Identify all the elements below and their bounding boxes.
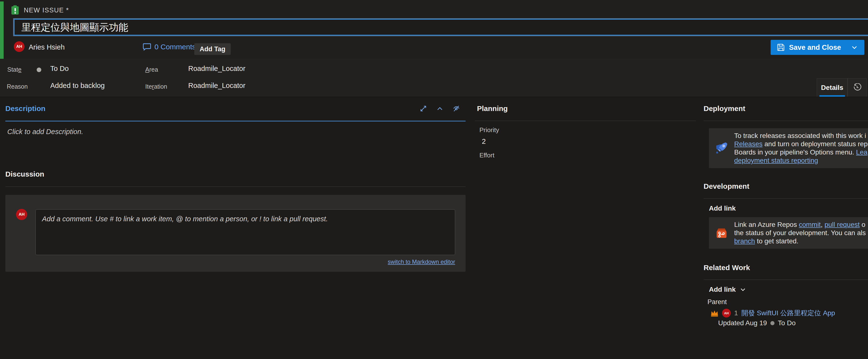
comment-bubble-icon (143, 43, 151, 51)
area-label: Area (145, 66, 158, 73)
save-and-close-button[interactable]: Save and Close (771, 40, 864, 55)
core-fields-strip: State To Do Reason Added to backlog Area… (0, 59, 868, 97)
discussion-section-title: Discussion (5, 170, 44, 178)
comments-count-label: 0 Comments (154, 43, 196, 51)
title-input[interactable] (14, 19, 868, 35)
save-options-chevron-icon[interactable] (851, 44, 858, 51)
azure-repos-icon (709, 227, 734, 239)
work-item-form: NEW ISSUE * AH Aries Hsieh 0 Comments Ad… (0, 0, 868, 359)
planning-divider (475, 121, 696, 121)
tab-details[interactable]: Details (817, 78, 847, 97)
commenter-avatar: AH (16, 209, 27, 220)
development-text-line: the status of your development. You can … (734, 229, 866, 237)
tab-history[interactable] (847, 78, 867, 97)
development-text-line: branch to get started. (734, 237, 866, 245)
collapse-section-icon[interactable] (436, 105, 444, 113)
work-item-body: Description (0, 98, 868, 359)
work-item-header: NEW ISSUE * AH Aries Hsieh 0 Comments Ad… (0, 0, 868, 59)
save-and-close-label: Save and Close (789, 43, 841, 52)
epic-crown-icon (710, 309, 719, 317)
state-value[interactable]: To Do (50, 65, 69, 72)
planning-section-title: Planning (477, 104, 508, 113)
deployment-text-line: deployment status reporting (734, 156, 868, 165)
state-label: State (7, 66, 21, 73)
development-info-panel: Link an Azure Repos commit, pull request… (709, 217, 868, 249)
state-dot-icon (37, 67, 41, 72)
add-link-chevron-icon (740, 286, 746, 293)
work-item-type-label: NEW ISSUE * (24, 6, 69, 14)
reason-value[interactable]: Added to backlog (50, 82, 105, 90)
comments-link[interactable]: 0 Comments (143, 43, 196, 51)
development-text-line: Link an Azure Repos commit, pull request… (734, 220, 866, 229)
add-tag-button[interactable]: Add Tag (194, 43, 231, 55)
comment-input[interactable]: Add a comment. Use # to link a work item… (35, 209, 455, 255)
parent-work-item-row[interactable]: AH 1 開發 SwiftUI 公路里程定位 App (710, 308, 835, 318)
detail-tabs: Details (817, 78, 867, 97)
expand-fullscreen-icon[interactable] (420, 105, 427, 113)
parent-group-label: Parent (708, 298, 727, 306)
related-work-add-link[interactable]: Add link (709, 286, 746, 293)
related-work-divider (704, 279, 868, 280)
switch-markdown-link[interactable]: switch to Markdown editor (388, 259, 455, 265)
effort-label: Effort (479, 152, 494, 159)
parent-state-label: To Do (778, 319, 796, 327)
iteration-value[interactable]: Roadmile_Locator (188, 82, 245, 90)
description-divider (5, 121, 466, 121)
deployment-divider (704, 121, 868, 121)
parent-updated-label: Updated Aug 19 (718, 319, 767, 327)
history-icon (853, 83, 862, 92)
issue-icon (11, 5, 19, 15)
related-work-section-title: Related Work (704, 264, 750, 272)
description-placeholder[interactable]: Click to add Description. (7, 128, 83, 136)
area-value[interactable]: Roadmile_Locator (188, 65, 245, 72)
hide-empty-fields-icon[interactable] (453, 105, 460, 113)
parent-item-id: 1 (734, 309, 738, 317)
deployment-text-line: To track releases associated with this w… (734, 132, 868, 140)
deployment-section-title: Deployment (704, 104, 745, 113)
priority-label: Priority (479, 126, 499, 134)
parent-state-dot-icon (770, 321, 775, 325)
development-section-title: Development (704, 182, 749, 190)
discussion-panel: AH Add a comment. Use # to link a work i… (5, 195, 466, 272)
reason-label: Reason (7, 83, 28, 90)
pipelines-rocket-icon (709, 141, 734, 155)
parent-item-meta: Updated Aug 19 To Do (718, 319, 796, 327)
development-add-link[interactable]: Add link (709, 205, 736, 212)
author-name: Aries Hsieh (29, 43, 65, 51)
deployment-text-line: Releases and turn on deployment status r… (734, 140, 868, 148)
author-avatar: AH (14, 41, 25, 52)
priority-value[interactable]: 2 (482, 138, 486, 146)
iteration-label: Iteration (145, 83, 167, 90)
parent-avatar: AH (722, 309, 731, 318)
deployment-info-panel: To track releases associated with this w… (709, 128, 868, 168)
description-section-title: Description (5, 104, 45, 113)
parent-item-link[interactable]: 開發 SwiftUI 公路里程定位 App (741, 308, 835, 318)
discussion-divider (5, 186, 466, 187)
issue-type-color-bar (0, 1, 4, 59)
save-icon (777, 43, 785, 51)
deployment-text-line: Boards in your pipeline's Options menu. … (734, 148, 868, 156)
